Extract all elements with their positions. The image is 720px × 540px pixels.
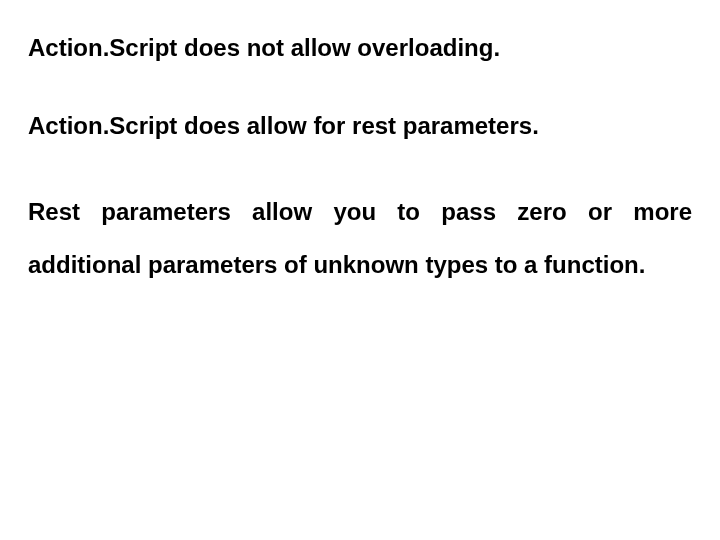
text-line-1: Action.Script does not allow overloading… — [28, 30, 692, 66]
text-paragraph: Rest parameters allow you to pass zero o… — [28, 186, 692, 292]
slide: Action.Script does not allow overloading… — [0, 0, 720, 540]
text-line-2: Action.Script does allow for rest parame… — [28, 108, 692, 144]
